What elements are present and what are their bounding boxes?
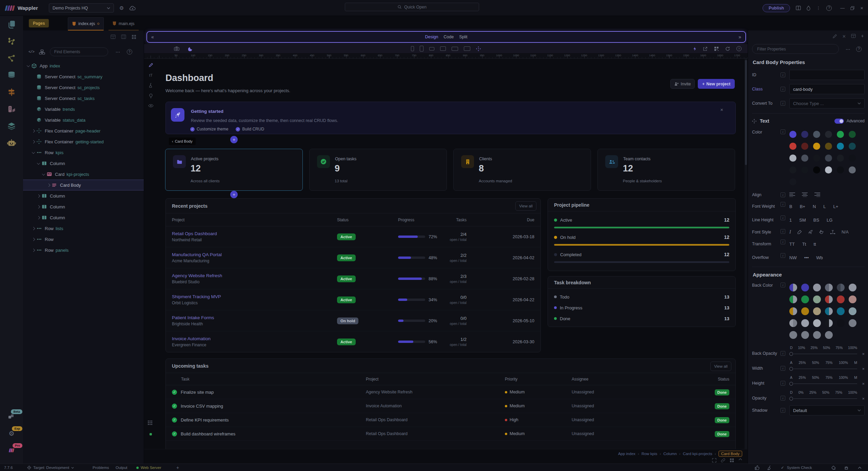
rail-beta-button[interactable]: Beta [0,408,23,425]
kpi-card-clients[interactable]: Clients8Accounts managed [453,149,591,191]
dark-mode-icon[interactable] [188,46,193,51]
help-icon[interactable]: ? [736,46,742,51]
scale-label[interactable]: M [854,375,857,380]
color-swatch[interactable] [825,155,832,162]
info-icon[interactable]: i [781,396,785,401]
back-color-swatch[interactable] [801,319,809,327]
tree-node-row[interactable]: Row [23,234,144,245]
breadcrumb-item[interactable]: Column [663,452,677,456]
window-minimize-button[interactable]: — [840,5,845,11]
clear-icon[interactable]: × [862,366,865,371]
expand-icon[interactable] [32,238,35,241]
scale-label[interactable]: A [790,361,792,365]
info-icon[interactable]: i [781,101,785,106]
font-weight-option[interactable]: N [813,204,816,209]
expand-icon[interactable] [37,194,40,198]
text-width-icon[interactable] [830,230,835,234]
rail-pages-icon[interactable] [0,16,23,33]
shadow-select[interactable]: Default [789,405,865,415]
code-view-icon[interactable]: </> [28,50,34,54]
help-icon[interactable]: ? [826,5,832,11]
rocket-style-icon[interactable] [808,230,813,234]
scale-label[interactable]: 25% [810,346,817,350]
info-icon[interactable]: i [781,283,785,287]
columns-view-icon[interactable] [121,35,126,39]
expand-icon[interactable] [32,248,35,252]
vertical-scrollbar[interactable] [745,59,747,449]
overflow-option[interactable]: ••• [804,255,809,260]
window-close-button[interactable]: × [860,5,863,11]
back-opacity-slider[interactable]: D10%25%50%75%100% × [789,346,865,356]
table-row[interactable]: Invoice AutomationEvergreen FinanceActiv… [166,331,540,352]
selected-element-chip[interactable]: ‹Card Body [169,138,196,145]
invite-button[interactable]: Invite [670,79,695,89]
tree-node-server-connect-sc-summary[interactable]: Server Connectsc_summary [23,71,144,82]
rail-database-icon[interactable] [0,67,23,84]
clear-icon[interactable]: × [862,396,865,401]
back-color-swatch[interactable] [789,331,797,339]
feedback-icon[interactable] [755,464,760,471]
rail-exp-button[interactable]: ⚙Exp [0,425,23,442]
window-maximize-button[interactable] [850,6,854,10]
tree-node-server-connect-sc-projects[interactable]: Server Connectsc_projects [23,82,144,93]
scale-label[interactable]: 100% [848,346,857,350]
scale-label[interactable]: 75% [825,361,832,365]
color-swatch[interactable] [813,143,820,150]
chevron-up-icon[interactable] [858,464,862,471]
table-row[interactable]: ✓Invoice CSV mappingInvoice AutomationMe… [166,399,735,413]
components-waffle-icon[interactable] [147,420,153,425]
back-color-swatch[interactable] [801,331,809,339]
tab-index-ejs[interactable]: index.ejs [68,17,104,30]
color-swatch[interactable] [825,143,832,150]
expand-icon[interactable] [37,216,40,219]
scale-label[interactable]: D [790,346,793,350]
output-button[interactable]: Output [116,464,127,471]
table-row[interactable]: Patient Intake FormsBrightside HealthOn … [166,310,540,331]
expand-icon[interactable] [27,64,30,67]
font-weight-option[interactable]: L+ [833,204,839,209]
rail-routes-icon[interactable] [0,84,23,101]
back-color-swatch[interactable] [837,307,845,315]
transform-option[interactable]: Tt [802,242,806,247]
back-color-swatch[interactable] [825,284,833,291]
color-swatch[interactable] [801,131,808,138]
system-check-button[interactable]: ✓System Check [781,464,812,471]
color-swatch[interactable] [813,131,820,138]
back-color-swatch[interactable] [789,307,797,315]
color-swatch[interactable] [813,166,820,173]
expand-icon[interactable] [42,172,45,176]
qr-preview-icon[interactable] [714,46,719,51]
convert-type-select[interactable]: Choose Type ... [789,98,865,108]
scale-label[interactable]: 25% [809,390,816,394]
table-row[interactable]: ✓Define KPI requirementsRetail Ops Dashb… [166,413,735,427]
cloud-sync-icon[interactable] [129,5,136,11]
table-row[interactable]: Manufacturing QA PortalAcme Manufacturin… [166,247,540,268]
scale-label[interactable]: 50% [823,346,830,350]
app-structure-icon[interactable] [39,49,45,55]
color-swatch[interactable] [801,166,808,173]
table-row[interactable]: ✓Finalize site mapAgency Website Refresh… [166,385,735,399]
insert-element-button[interactable]: + [230,136,238,143]
cleanup-icon[interactable] [767,464,772,471]
project-link[interactable]: Shipment Tracking MVP [172,294,337,299]
desktop-icon[interactable] [464,46,470,51]
highlight-icon[interactable] [797,230,802,234]
back-color-swatch[interactable] [837,319,845,327]
scale-label[interactable]: 0% [798,390,804,394]
rail-pro-button[interactable]: Pro [0,442,23,459]
slider-knob[interactable] [789,367,793,371]
new-project-button[interactable]: + New project [698,79,735,89]
font-style-na[interactable]: N/A [842,230,849,234]
phone-icon[interactable] [420,46,423,52]
view-design[interactable]: Design [425,35,438,39]
color-swatch[interactable] [789,166,796,173]
app-connect-bolt-icon[interactable] [693,46,696,51]
web-server-status[interactable]: Web Server [136,464,161,471]
tab-main-ejs[interactable]: main.ejs [108,17,139,30]
align-center-icon[interactable] [802,192,808,197]
back-color-swatch[interactable] [789,284,797,291]
project-link[interactable]: Manufacturing QA Portal [172,252,337,257]
debug-bug-icon[interactable] [844,464,849,471]
line-height-option[interactable]: LG [827,218,832,223]
phone-landscape-icon[interactable] [429,47,434,50]
